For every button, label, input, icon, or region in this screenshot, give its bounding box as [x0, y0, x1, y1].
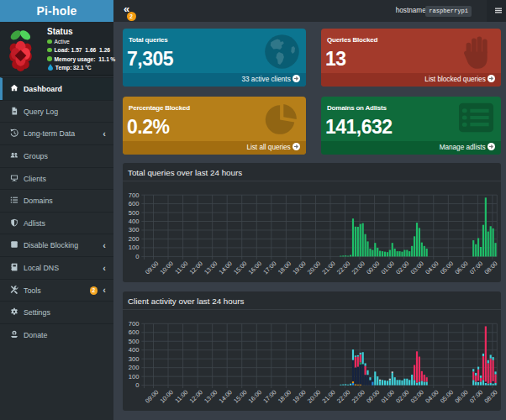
- svg-text:16:00: 16:00: [247, 388, 263, 404]
- svg-text:10:00: 10:00: [158, 260, 174, 276]
- svg-text:18:00: 18:00: [277, 260, 293, 276]
- svg-text:05:00: 05:00: [439, 260, 455, 276]
- svg-text:22:00: 22:00: [335, 388, 351, 404]
- svg-text:700: 700: [129, 192, 140, 199]
- svg-text:00:00: 00:00: [365, 388, 381, 404]
- svg-text:12:00: 12:00: [188, 260, 204, 276]
- svg-text:05:00: 05:00: [439, 388, 455, 404]
- svg-text:23:00: 23:00: [350, 388, 366, 404]
- svg-text:100: 100: [129, 244, 140, 251]
- svg-text:0: 0: [135, 381, 139, 389]
- svg-text:20:00: 20:00: [306, 388, 322, 404]
- svg-text:17:00: 17:00: [261, 260, 277, 276]
- svg-text:13:00: 13:00: [203, 388, 219, 404]
- svg-text:17:00: 17:00: [261, 388, 277, 404]
- svg-text:15:00: 15:00: [232, 260, 248, 276]
- svg-text:03:00: 03:00: [409, 260, 425, 276]
- svg-text:00:00: 00:00: [365, 260, 381, 276]
- svg-text:19:00: 19:00: [291, 388, 307, 404]
- svg-text:07:00: 07:00: [468, 260, 484, 276]
- svg-text:06:00: 06:00: [453, 388, 469, 404]
- svg-text:100: 100: [129, 373, 140, 381]
- svg-text:500: 500: [129, 209, 140, 217]
- svg-text:18:00: 18:00: [277, 388, 293, 404]
- svg-text:10:00: 10:00: [158, 388, 174, 404]
- svg-text:08:00: 08:00: [482, 260, 498, 276]
- svg-text:02:00: 02:00: [394, 388, 410, 404]
- svg-text:14:00: 14:00: [218, 388, 234, 404]
- svg-text:700: 700: [129, 320, 140, 328]
- svg-text:21:00: 21:00: [320, 388, 336, 404]
- svg-text:600: 600: [129, 328, 140, 336]
- svg-text:11:00: 11:00: [173, 260, 189, 276]
- svg-text:09:00: 09:00: [144, 388, 160, 404]
- svg-text:500: 500: [129, 338, 140, 345]
- svg-text:16:00: 16:00: [247, 260, 263, 276]
- svg-text:13:00: 13:00: [203, 260, 219, 276]
- svg-text:09:00: 09:00: [144, 260, 160, 276]
- svg-text:21:00: 21:00: [320, 260, 336, 276]
- svg-text:200: 200: [129, 364, 140, 371]
- svg-text:23:00: 23:00: [350, 260, 366, 276]
- svg-text:400: 400: [129, 218, 140, 225]
- svg-text:400: 400: [129, 346, 140, 354]
- svg-text:600: 600: [129, 200, 140, 207]
- svg-text:07:00: 07:00: [468, 388, 484, 404]
- svg-text:200: 200: [129, 235, 140, 243]
- svg-text:20:00: 20:00: [306, 260, 322, 276]
- svg-text:01:00: 01:00: [380, 260, 396, 276]
- svg-text:300: 300: [129, 226, 140, 234]
- svg-text:12:00: 12:00: [188, 388, 204, 404]
- svg-text:06:00: 06:00: [453, 260, 469, 276]
- svg-text:11:00: 11:00: [173, 388, 189, 404]
- svg-text:22:00: 22:00: [335, 260, 351, 276]
- svg-text:0: 0: [135, 253, 139, 260]
- svg-text:01:00: 01:00: [380, 388, 396, 404]
- svg-text:19:00: 19:00: [291, 260, 307, 276]
- svg-text:04:00: 04:00: [424, 260, 440, 276]
- svg-text:03:00: 03:00: [409, 388, 425, 404]
- svg-text:14:00: 14:00: [218, 260, 234, 276]
- svg-text:04:00: 04:00: [424, 388, 440, 404]
- svg-text:08:00: 08:00: [482, 388, 498, 404]
- svg-text:02:00: 02:00: [394, 260, 410, 276]
- svg-text:15:00: 15:00: [232, 388, 248, 404]
- svg-text:300: 300: [129, 355, 140, 363]
